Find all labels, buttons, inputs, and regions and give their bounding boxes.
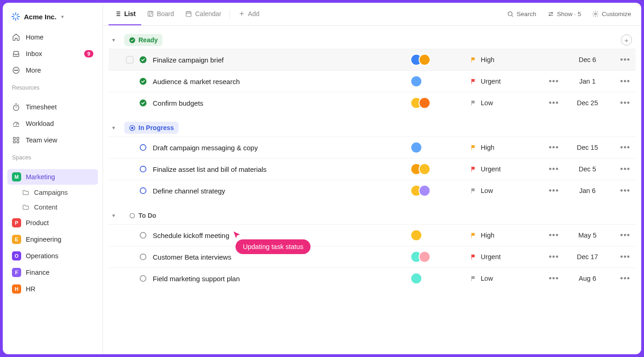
nav-teamview[interactable]: Team view	[7, 132, 98, 148]
checkbox[interactable]	[126, 56, 133, 63]
task-row[interactable]: Finalize asset list and bill of material…	[109, 158, 636, 180]
subtask-indicator[interactable]: •••	[545, 143, 563, 153]
due-date[interactable]: Jan 1	[569, 78, 606, 85]
row-more-button[interactable]: •••	[612, 186, 630, 196]
row-more-button[interactable]: •••	[612, 77, 630, 86]
row-more-button[interactable]: •••	[612, 98, 630, 108]
avatar[interactable]	[410, 142, 422, 153]
space-marketing[interactable]: MMarketing	[7, 169, 98, 185]
task-status-icon[interactable]	[139, 274, 147, 283]
avatar[interactable]	[419, 251, 431, 263]
show-button[interactable]: Show · 5	[543, 8, 586, 20]
subtask-indicator[interactable]: •••	[545, 231, 563, 240]
row-more-button[interactable]: •••	[612, 55, 630, 65]
task-status-icon[interactable]	[139, 143, 147, 152]
subtask-indicator[interactable]: •••	[545, 252, 563, 262]
add-task-button[interactable]: +	[621, 34, 632, 45]
task-status-icon[interactable]	[139, 99, 147, 107]
avatar[interactable]	[419, 185, 431, 197]
space-operations[interactable]: OOperations	[7, 248, 98, 264]
task-row[interactable]: Audience & market research Urgent ••• Ja…	[109, 70, 636, 92]
task-row[interactable]: Define channel strategy Low ••• Jan 6 ••…	[109, 180, 636, 201]
subtask-indicator[interactable]: •••	[545, 98, 563, 108]
priority-cell[interactable]: Low	[470, 99, 539, 107]
status-pill-todo[interactable]: To Do	[124, 210, 161, 221]
task-status-icon[interactable]	[139, 231, 147, 239]
subtask-indicator[interactable]: •••	[545, 77, 563, 86]
customize-button[interactable]: Customize	[587, 8, 636, 20]
due-date[interactable]: Jan 6	[569, 187, 606, 194]
spaces-heading: Spaces	[7, 148, 98, 164]
task-status-icon[interactable]	[139, 253, 147, 261]
tab-calendar[interactable]: Calendar	[179, 3, 227, 25]
task-status-icon[interactable]	[139, 165, 147, 173]
search-button[interactable]: Search	[502, 8, 541, 20]
folder-content[interactable]: Content	[7, 200, 98, 214]
priority-cell[interactable]: High	[470, 56, 539, 63]
nav-home[interactable]: Home	[7, 29, 98, 45]
avatar[interactable]	[419, 54, 431, 66]
nav-inbox[interactable]: Inbox 9	[7, 46, 98, 62]
avatar[interactable]	[419, 97, 431, 109]
priority-cell[interactable]: Low	[470, 187, 539, 194]
assignee-stack	[410, 185, 465, 197]
priority-cell[interactable]: Urgent	[470, 165, 539, 173]
due-date[interactable]: Dec 25	[569, 99, 606, 107]
task-status-icon[interactable]	[139, 77, 147, 85]
avatar[interactable]	[410, 75, 422, 87]
row-more-button[interactable]: •••	[612, 143, 630, 153]
row-more-button[interactable]: •••	[612, 164, 630, 174]
priority-cell[interactable]: Urgent	[470, 253, 539, 261]
space-hr[interactable]: HHR	[7, 281, 98, 297]
workspace-picker[interactable]: Acme Inc. ▾	[7, 9, 98, 24]
collapse-toggle[interactable]: ▾	[112, 125, 120, 131]
task-status-icon[interactable]	[139, 56, 147, 64]
priority-cell[interactable]: Urgent	[470, 78, 539, 85]
collapse-toggle[interactable]: ▾	[112, 212, 120, 219]
due-date[interactable]: Dec 15	[569, 144, 606, 151]
row-more-button[interactable]: •••	[612, 274, 630, 283]
priority-cell[interactable]: Low	[470, 275, 539, 282]
task-row[interactable]: Customer Beta interviews Urgent ••• Dec …	[109, 246, 636, 267]
row-more-button[interactable]: •••	[612, 252, 630, 262]
priority-cell[interactable]: High	[470, 144, 539, 151]
collapse-toggle[interactable]: ▾	[112, 37, 120, 43]
avatar[interactable]	[419, 163, 431, 175]
due-date[interactable]: Dec 6	[569, 56, 606, 63]
folder-campaigns[interactable]: Campaigns	[7, 186, 98, 199]
status-pill-ready[interactable]: Ready	[124, 34, 162, 46]
due-date[interactable]: May 5	[569, 232, 606, 239]
nav-workload[interactable]: Workload	[7, 116, 98, 131]
assignee-stack	[410, 272, 465, 284]
svg-point-13	[549, 15, 550, 16]
subtask-indicator[interactable]: •••	[545, 164, 563, 174]
task-status-icon[interactable]	[139, 187, 147, 195]
tab-board[interactable]: Board	[141, 3, 179, 25]
task-row[interactable]: Confirm budgets Low ••• Dec 25 •••	[109, 92, 636, 113]
due-date[interactable]: Aug 6	[569, 275, 606, 282]
row-more-button[interactable]: •••	[612, 231, 630, 240]
due-date[interactable]: Dec 5	[569, 165, 606, 173]
space-finance[interactable]: FFinance	[7, 265, 98, 280]
avatar[interactable]	[410, 229, 422, 241]
task-row[interactable]: Finalize campaign brief High Dec 6 •••	[109, 49, 636, 70]
svg-point-3	[17, 70, 18, 71]
nav-more[interactable]: More	[7, 62, 98, 78]
space-product[interactable]: PProduct	[7, 215, 98, 231]
nav-timesheet[interactable]: Timesheet	[7, 99, 98, 115]
tab-list[interactable]: List	[109, 3, 141, 25]
nav-home-label: Home	[26, 34, 44, 41]
subtask-indicator[interactable]: •••	[545, 274, 563, 283]
subtask-indicator[interactable]: •••	[545, 186, 563, 196]
task-row[interactable]: Field marketing support plan Low ••• Aug…	[109, 267, 636, 289]
tab-add-view[interactable]: Add	[233, 3, 265, 25]
status-pill-inprog[interactable]: In Progress	[124, 122, 178, 134]
space-engineering[interactable]: EEngineering	[7, 232, 98, 247]
due-date[interactable]: Dec 17	[569, 253, 606, 261]
task-row[interactable]: Draft campaign messaging & copy High •••…	[109, 136, 636, 158]
avatar[interactable]	[410, 272, 422, 284]
priority-cell[interactable]: High	[470, 232, 539, 239]
task-row[interactable]: Schedule kickoff meeting High ••• May 5 …	[109, 224, 636, 246]
priority-label: High	[481, 144, 494, 151]
assignee-stack	[410, 75, 465, 87]
